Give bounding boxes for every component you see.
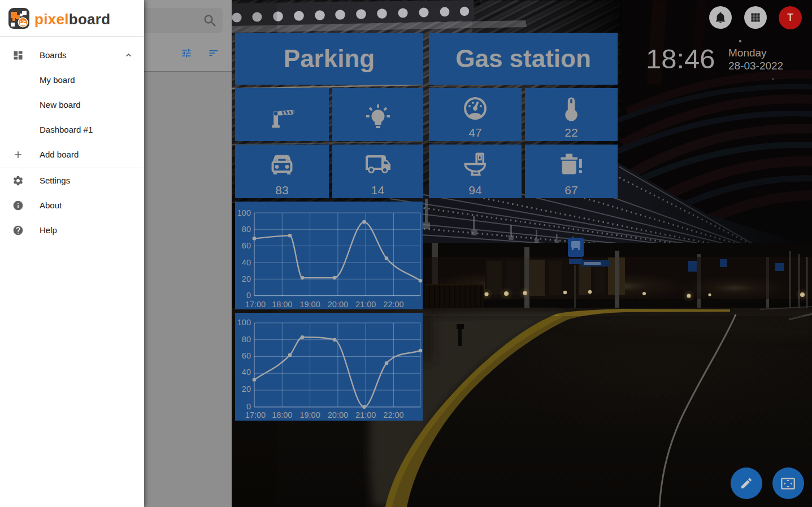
svg-text:19:00: 19:00 bbox=[299, 300, 320, 309]
svg-text:20: 20 bbox=[242, 384, 251, 394]
svg-text:21:00: 21:00 bbox=[355, 410, 376, 419]
svg-text:100: 100 bbox=[237, 318, 251, 327]
svg-text:20: 20 bbox=[242, 274, 251, 283]
svg-text:17:00: 17:00 bbox=[245, 410, 266, 419]
svg-text:0: 0 bbox=[246, 402, 251, 411]
svg-text:17:00: 17:00 bbox=[245, 300, 266, 309]
svg-text:40: 40 bbox=[242, 258, 251, 267]
svg-text:80: 80 bbox=[242, 225, 251, 234]
svg-text:60: 60 bbox=[242, 351, 251, 360]
svg-text:100: 100 bbox=[237, 208, 251, 217]
svg-text:21:00: 21:00 bbox=[355, 300, 376, 309]
svg-text:60: 60 bbox=[242, 241, 251, 250]
svg-text:0: 0 bbox=[246, 291, 251, 300]
svg-text:20:00: 20:00 bbox=[328, 410, 348, 419]
svg-text:22:00: 22:00 bbox=[383, 410, 403, 419]
svg-text:18:00: 18:00 bbox=[272, 410, 292, 419]
svg-text:18:00: 18:00 bbox=[272, 300, 292, 309]
svg-text:22:00: 22:00 bbox=[383, 300, 403, 309]
svg-text:40: 40 bbox=[242, 368, 251, 377]
svg-text:19:00: 19:00 bbox=[299, 410, 320, 419]
svg-text:20:00: 20:00 bbox=[328, 300, 348, 309]
svg-text:80: 80 bbox=[242, 335, 251, 344]
